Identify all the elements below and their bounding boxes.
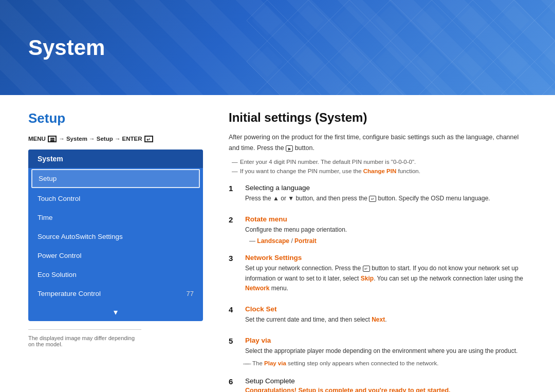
system-menu-panel: System Setup Touch Control Time Source A… <box>28 150 203 321</box>
step-1: 1 Selecting a language Press the ▲ or ▼ … <box>229 184 527 206</box>
step-5: 5 Play via Select the appropriate player… <box>229 337 527 368</box>
congrats-text: Congratulations! Setup is complete and y… <box>245 387 527 392</box>
step-4: 4 Clock Set Set the current date and tim… <box>229 305 527 327</box>
step-2: 2 Rotate menu Configure the menu page or… <box>229 215 527 245</box>
step-number: 3 <box>229 254 237 263</box>
step-content: Clock Set Set the current date and time,… <box>245 305 527 327</box>
step-number: 2 <box>229 215 237 224</box>
panel-header: System <box>28 150 203 168</box>
menu-item-eco-solution[interactable]: Eco Solution <box>28 265 203 284</box>
step-desc: Configure the menu page orientation. <box>245 225 527 235</box>
menu-item-label: Touch Control <box>38 195 80 202</box>
step-content: Selecting a language Press the ▲ or ▼ bu… <box>245 184 527 206</box>
note-line-2: If you want to change the PIN number, us… <box>236 166 527 176</box>
section-title: Setup <box>28 110 203 126</box>
step-number: 5 <box>229 337 237 345</box>
step-desc: Press the ▲ or ▼ button, and then press … <box>245 194 527 204</box>
header-pattern <box>247 0 555 95</box>
svg-rect-2 <box>247 0 555 95</box>
step-title: Selecting a language <box>245 184 527 192</box>
step-desc: Set the current date and time, and then … <box>245 315 527 325</box>
menu-item-label: Power Control <box>38 252 82 259</box>
step-number: 1 <box>229 184 237 193</box>
menu-item-source-autoswitch[interactable]: Source AutoSwitch Settings <box>28 227 203 246</box>
left-column: Setup MENU → System → Setup → ENTER ↵ Sy… <box>28 110 203 392</box>
step-sub-options: ― Landscape / Portrait <box>245 237 527 245</box>
step-content: Network Settings Set up your network con… <box>245 254 527 296</box>
disclaimer: The displayed image may differ depending… <box>28 329 141 347</box>
right-column: Initial settings (System) After powering… <box>229 110 527 392</box>
menu-path: MENU → System → Setup → ENTER ↵ <box>28 136 203 142</box>
page-title: System <box>28 35 105 60</box>
menu-item-number: 77 <box>187 290 194 297</box>
menu-item-label: Temperature Control <box>38 290 101 297</box>
menu-item-label: Setup <box>39 175 57 182</box>
chevron-down-icon: ▾ <box>114 307 118 317</box>
step-number: 4 <box>229 305 237 314</box>
note-line-1: Enter your 4 digit PIN number. The defau… <box>236 157 527 166</box>
step-title: Network Settings <box>245 254 527 262</box>
step-title: Setup Complete <box>245 377 527 385</box>
menu-scroll-down[interactable]: ▾ <box>28 303 203 321</box>
menu-item-label: Source AutoSwitch Settings <box>38 233 123 240</box>
step-desc: Set up your network connection. Press th… <box>245 264 527 294</box>
step-6: 6 Setup Complete Congratulations! Setup … <box>229 377 527 392</box>
step-content: Setup Complete Congratulations! Setup is… <box>245 377 527 392</box>
step-number: 6 <box>229 377 237 386</box>
step-desc: Select the appropriate player mode depen… <box>245 346 527 357</box>
step-note: ―The Play via setting step only appears … <box>245 359 527 368</box>
menu-item-power-control[interactable]: Power Control <box>28 246 203 265</box>
step-title: Clock Set <box>245 305 527 313</box>
content-title: Initial settings (System) <box>229 110 527 125</box>
intro-notes: Enter your 4 digit PIN number. The defau… <box>229 157 527 176</box>
menu-item-setup[interactable]: Setup <box>31 169 200 188</box>
step-3: 3 Network Settings Set up your network c… <box>229 254 527 296</box>
menu-item-temperature[interactable]: Temperature Control 77 <box>28 284 203 303</box>
step-title: Play via <box>245 337 527 344</box>
menu-path-text: MENU → System → Setup → ENTER ↵ <box>28 136 154 142</box>
intro-text-1: After powering on the product for the fi… <box>229 132 527 154</box>
menu-item-label: Time <box>38 214 53 221</box>
page-header: System <box>0 0 555 95</box>
step-title: Rotate menu <box>245 215 527 223</box>
menu-item-time[interactable]: Time <box>28 208 203 227</box>
menu-item-touch-control[interactable]: Touch Control <box>28 189 203 208</box>
step-content: Rotate menu Configure the menu page orie… <box>245 215 527 245</box>
disclaimer-text: The displayed image may differ depending… <box>28 335 141 347</box>
step-content: Play via Select the appropriate player m… <box>245 337 527 368</box>
menu-item-label: Eco Solution <box>38 271 77 278</box>
main-content: Setup MENU → System → Setup → ENTER ↵ Sy… <box>0 95 555 392</box>
